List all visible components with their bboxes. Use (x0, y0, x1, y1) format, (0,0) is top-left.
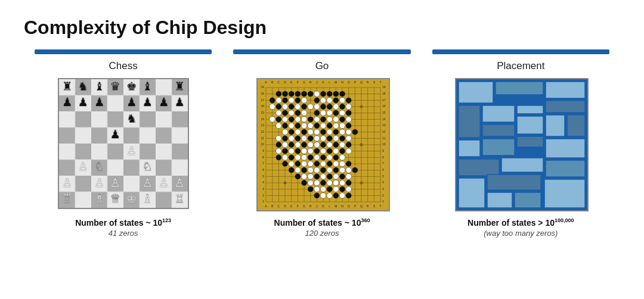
chess-stat-sub: 41 zeros (109, 229, 138, 238)
go-stat: Number of states ~ 10360 (274, 217, 370, 228)
chess-board (58, 78, 189, 209)
go-image (256, 78, 388, 209)
chess-label: Chess (109, 60, 138, 72)
page-title: Complexity of Chip Design (24, 17, 620, 39)
go-blue-bar (233, 49, 410, 54)
chess-column: Chess Number of states ~ 10123 41 zeros (24, 49, 222, 238)
columns-container: Chess Number of states ~ 10123 41 zeros … (24, 49, 620, 238)
placement-stat: Number of states > 10100,000 (467, 217, 574, 228)
chess-blue-bar (35, 49, 212, 54)
placement-column: Placement Number of states > 10100,000 (… (422, 49, 620, 238)
go-board (256, 78, 390, 211)
go-column: Go Number of states ~ 10360 120 zeros (222, 49, 421, 238)
chess-stat: Number of states ~ 10123 (75, 217, 171, 228)
go-stat-sub: 120 zeros (305, 229, 339, 238)
placement-blue-bar (432, 49, 609, 54)
placement-label: Placement (497, 60, 544, 72)
go-label: Go (315, 60, 329, 72)
placement-stat-sub: (way too many zeros) (484, 229, 558, 238)
chess-image (58, 78, 189, 209)
placement-image (455, 78, 586, 209)
placement-board (455, 78, 589, 211)
